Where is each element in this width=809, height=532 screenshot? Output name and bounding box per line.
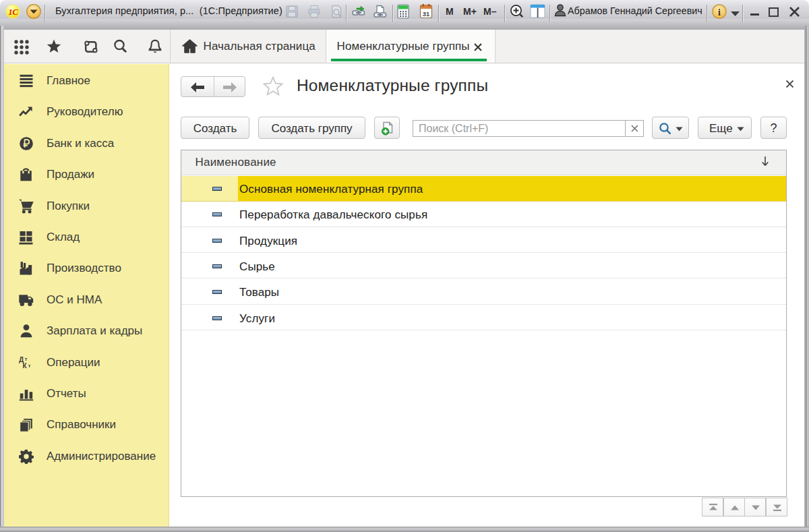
svg-text:i: i	[718, 7, 721, 18]
svg-text:т: т	[25, 356, 28, 362]
svg-text:31: 31	[423, 10, 430, 18]
svg-text:1С: 1С	[8, 7, 18, 17]
svg-text:т: т	[28, 363, 31, 369]
svg-text:К: К	[23, 362, 28, 370]
